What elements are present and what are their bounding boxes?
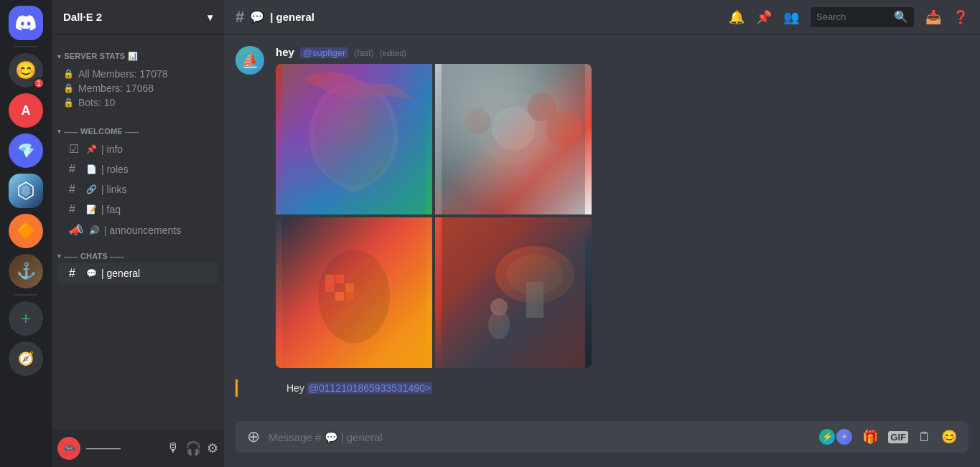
emoji-button[interactable]: 😊 (941, 429, 957, 445)
category-arrow-icon-3: ▾ (57, 253, 61, 260)
svg-rect-14 (335, 292, 344, 301)
channel-faq[interactable]: # 📝 | faq (57, 199, 218, 220)
search-bar[interactable]: 🔍 (811, 7, 914, 27)
deafen-button[interactable]: 🎧 (185, 440, 201, 456)
message-input[interactable] (269, 431, 811, 443)
channel-general[interactable]: # 💬 | general (57, 263, 218, 283)
server-icon-purple[interactable]: 💎 (9, 133, 43, 168)
message-input-bar: ⊕ ⚡ ✦ 🎁 GIF 🗒 😊 (235, 421, 969, 453)
message-meta: hey @supfiger (fast) (edited) (276, 46, 969, 58)
nitro-icon[interactable]: ✦ (836, 429, 852, 445)
channel-faq-label: | faq (101, 204, 121, 215)
channel-info[interactable]: ☑ 📌 | info (57, 138, 218, 159)
discover-server-button[interactable]: 🧭 (9, 341, 43, 376)
svg-point-6 (546, 110, 582, 146)
channel-sidebar: Dall·E 2 ▾ ▾ SERVER STATS 📊 🔒 All Member… (52, 0, 224, 467)
settings-button[interactable]: ⚙ (207, 440, 218, 456)
pin-icon: 📌 (86, 144, 97, 154)
stat-all-members: 🔒 All Members: 17078 (63, 67, 213, 81)
image-grid (276, 64, 592, 368)
pin-header-icon[interactable]: 📌 (756, 9, 772, 25)
announce-icon: 📣 (69, 223, 83, 237)
add-server-button[interactable]: + (9, 301, 43, 336)
stat-all-members-label: All Members: 17078 (78, 68, 168, 80)
header-chat-icon: 💬 (250, 10, 264, 24)
lock-icon-2: 🔒 (63, 83, 74, 93)
message-group: ⛵ hey @supfiger (fast) (edited) (235, 46, 969, 368)
announce-sub-icon: 🔊 (89, 225, 100, 235)
stat-bots-label: Bots: 10 (78, 97, 115, 108)
server-icon-red[interactable]: A (9, 93, 43, 128)
channel-roles-label: | roles (101, 164, 129, 175)
svg-rect-13 (325, 283, 334, 292)
boost-icon-group: ⚡ ✦ (819, 429, 852, 445)
svg-rect-15 (345, 292, 354, 301)
category-welcome[interactable]: ▾ ----- WELCOME ----- (52, 115, 224, 138)
gif-button[interactable]: GIF (888, 431, 908, 443)
mention-tag: @supfiger (300, 47, 348, 58)
inbox-icon[interactable]: 📥 (925, 9, 941, 25)
grid-image-1[interactable] (276, 64, 432, 214)
channel-info-label: | info (101, 143, 123, 155)
message-author: hey (276, 46, 294, 58)
sticker-icon[interactable]: 🗒 (918, 430, 931, 445)
pending-prefix: Hey (286, 382, 307, 394)
server-icon-orange[interactable]: 🔶 (9, 214, 43, 248)
search-input[interactable] (816, 11, 890, 22)
channel-announcements[interactable]: 📣 🔊 | announcements (57, 220, 218, 240)
chevron-down-icon: ▾ (207, 11, 213, 23)
server-icon-smiley[interactable]: 😊 1 (9, 53, 43, 88)
svg-rect-11 (335, 275, 344, 283)
hash-add-icon[interactable]: 🔔 (729, 9, 745, 25)
server-icon-pirate[interactable]: ⚓ (9, 254, 43, 288)
category-server-stats[interactable]: ▾ SERVER STATS 📊 (52, 40, 224, 64)
svg-rect-19 (526, 282, 543, 318)
server-stats-section: 🔒 All Members: 17078 🔒 Members: 17068 🔒 … (52, 64, 224, 115)
channel-general-label: | general (101, 268, 140, 279)
header-channel-name-display: | general (270, 11, 314, 23)
message-add-button[interactable]: ⊕ (247, 428, 260, 446)
channel-links-label: | links (101, 184, 127, 195)
header-icons-group: 🔔 📌 👥 🔍 📥 ❓ (729, 7, 969, 27)
server-icon-dalle[interactable] (9, 174, 43, 208)
user-panel: 🎮 ———— 🎙 🎧 ⚙ (52, 430, 224, 467)
grid-image-3[interactable] (276, 217, 432, 368)
message-input-area: ⊕ ⚡ ✦ 🎁 GIF 🗒 😊 (224, 421, 980, 467)
user-avatar: 🎮 (57, 437, 80, 460)
channel-links[interactable]: # 🔗 | links (57, 179, 218, 199)
input-right-icons: ⚡ ✦ 🎁 GIF 🗒 😊 (819, 429, 957, 445)
main-content: # 💬 hey | general 🔔 📌 👥 🔍 📥 ❓ ⛵ hey (224, 0, 980, 467)
message-avatar: ⛵ (235, 46, 264, 75)
server-divider-2 (14, 294, 37, 296)
username-label: ———— (86, 443, 161, 453)
server-icon-discord-home[interactable] (9, 6, 43, 40)
help-icon[interactable]: ❓ (953, 9, 969, 25)
pending-message: Hey @0112101865933531490> (235, 379, 969, 397)
nitro-boost-icon[interactable]: ⚡ (819, 429, 835, 445)
members-icon[interactable]: 👥 (783, 9, 799, 25)
pending-mention: @0112101865933531490> (307, 382, 432, 394)
message-tag: (fast) (354, 48, 373, 58)
roles-icon: 📄 (86, 164, 97, 174)
pending-text: Hey @0112101865933531490> (286, 382, 432, 394)
header-channel-info: # 💬 hey | general (235, 8, 314, 27)
svg-rect-12 (345, 283, 354, 292)
grid-image-2[interactable] (435, 64, 592, 214)
messages-area: ⛵ hey @supfiger (fast) (edited) (224, 34, 980, 421)
category-chats[interactable]: ▾ ----- CHATS ----- (52, 240, 224, 263)
channel-roles[interactable]: # 📄 | roles (57, 159, 218, 179)
svg-point-4 (492, 107, 535, 150)
stat-members: 🔒 Members: 17068 (63, 81, 213, 95)
channel-list: ▾ SERVER STATS 📊 🔒 All Members: 17078 🔒 … (52, 34, 224, 430)
grid-image-4[interactable] (435, 217, 592, 368)
gift-icon[interactable]: 🎁 (862, 429, 878, 445)
server-divider (14, 46, 37, 47)
channel-announcements-label: | announcements (104, 225, 181, 236)
svg-point-21 (490, 298, 508, 316)
mute-button[interactable]: 🎙 (167, 440, 179, 456)
lock-icon: 🔒 (63, 69, 74, 79)
svg-point-7 (465, 108, 490, 134)
hash-icon-3: # (69, 203, 80, 216)
search-icon: 🔍 (894, 10, 908, 24)
server-name-header[interactable]: Dall·E 2 ▾ (52, 0, 224, 34)
